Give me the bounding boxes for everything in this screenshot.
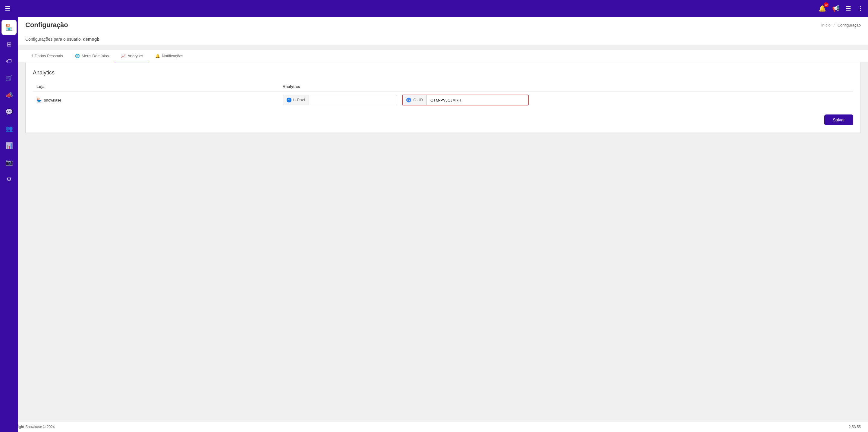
breadcrumb-separator: /: [833, 23, 835, 27]
sidebar-item-cart[interactable]: 🛒: [1, 70, 17, 86]
col-analytics-header: Analytics: [279, 82, 853, 92]
table-row: 🏪 showkase f f · Pixel: [33, 92, 853, 109]
notification-badge: 60: [824, 2, 829, 7]
notification-icon[interactable]: 🔔 60: [818, 5, 826, 12]
pixel-prefix: f f · Pixel: [283, 95, 309, 105]
page-header: Configuração Início / Configuração: [18, 17, 868, 33]
cart-icon: 🛒: [5, 74, 13, 81]
analytics-table: Loja Analytics 🏪 showkase: [33, 82, 853, 108]
hamburger-icon[interactable]: ☰: [5, 5, 10, 12]
sidebar-item-tags[interactable]: 🏷: [1, 54, 17, 69]
gid-input[interactable]: [427, 96, 528, 105]
users-icon: 👥: [5, 125, 13, 132]
sidebar-item-store[interactable]: 🏪: [1, 20, 17, 35]
user-config-label: Configurações para o usuário demogb: [18, 33, 868, 45]
analytics-inputs-row: f f · Pixel G G · ID: [283, 95, 849, 105]
save-button[interactable]: Salvar: [824, 114, 853, 125]
analytics-section: Analytics Loja Analytics 🏪 showkase: [25, 62, 861, 133]
gid-input-wrapper: G G · ID: [402, 95, 529, 105]
tab-dados-pessoais[interactable]: ℹ Dados Pessoais: [25, 50, 69, 62]
gid-prefix: G G · ID: [403, 95, 427, 105]
analytics-section-title: Analytics: [33, 70, 853, 76]
info-icon: ℹ: [31, 54, 33, 58]
store-name: showkase: [44, 98, 61, 102]
sidebar-item-analytics[interactable]: 📊: [1, 138, 17, 144]
pixel-input[interactable]: [309, 96, 397, 105]
tab-meus-dominios[interactable]: 🌐 Meus Domínios: [69, 50, 115, 62]
sidebar-item-users[interactable]: 👥: [1, 121, 17, 136]
page-title: Configuração: [25, 21, 68, 29]
sidebar: 🏪 ⊞ 🏷 🛒 📣 💬 👥 📊 📷 ⚙: [0, 17, 18, 144]
breadcrumb-home[interactable]: Início: [821, 23, 831, 27]
google-icon: G: [406, 98, 411, 102]
sidebar-item-dashboard[interactable]: ⊞: [1, 37, 17, 52]
sidebar-item-chat[interactable]: 💬: [1, 104, 17, 119]
col-store-header: Loja: [33, 82, 279, 92]
megaphone-icon[interactable]: 📢: [832, 5, 840, 12]
main-content: Configuração Início / Configuração Confi…: [18, 17, 868, 133]
sidebar-item-campaigns[interactable]: 📣: [1, 87, 17, 102]
list-icon[interactable]: ☰: [846, 5, 851, 12]
chat-icon: 💬: [5, 108, 13, 115]
store-cell: 🏪 showkase: [36, 98, 276, 102]
topbar-right: 🔔 60 📢 ☰ ⋮: [818, 5, 863, 12]
pixel-input-wrapper: f f · Pixel: [283, 95, 397, 105]
bell-icon: 🔔: [155, 54, 160, 58]
save-button-row: Salvar: [33, 114, 853, 125]
store-icon: 🏪: [5, 24, 13, 31]
tab-notificacoes[interactable]: 🔔 Notificações: [149, 50, 189, 62]
more-options-icon[interactable]: ⋮: [857, 5, 863, 12]
dashboard-icon: ⊞: [7, 41, 12, 48]
store-row-icon: 🏪: [36, 98, 41, 102]
breadcrumb: Início / Configuração: [821, 23, 861, 27]
tabs-bar: ℹ Dados Pessoais 🌐 Meus Domínios 📈 Analy…: [18, 50, 868, 62]
megaphone-sidebar-icon: 📣: [5, 91, 13, 99]
chart-icon: 📈: [121, 54, 126, 58]
globe-icon: 🌐: [75, 54, 80, 58]
breadcrumb-current: Configuração: [838, 23, 861, 27]
username-label: demogb: [83, 37, 99, 41]
topbar: ☰ 🔔 60 📢 ☰ ⋮: [0, 0, 868, 17]
tab-analytics[interactable]: 📈 Analytics: [115, 50, 149, 62]
tags-icon: 🏷: [6, 58, 12, 65]
facebook-icon: f: [287, 98, 291, 102]
topbar-left: ☰: [5, 5, 10, 12]
analytics-sidebar-icon: 📊: [5, 142, 13, 144]
